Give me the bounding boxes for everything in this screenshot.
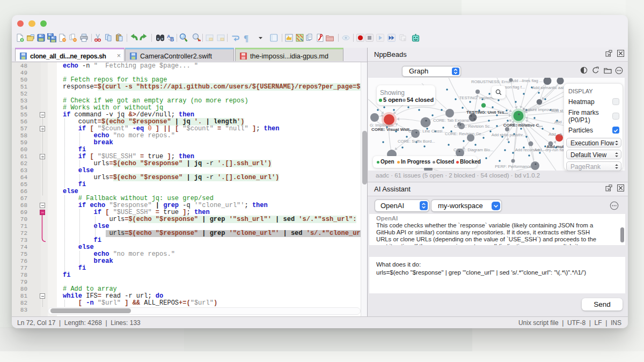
svg-text:¶: ¶ (244, 33, 248, 42)
svg-text:CORE: Tab Expansi...: CORE: Tab Expansi... (433, 118, 473, 123)
svg-text:CORE: Line Classi...: CORE: Line Classi... (408, 129, 446, 134)
svg-text:ROBUSTNESS: Error...: ROBUSTNESS: Error... (471, 79, 514, 84)
svg-text:B: B (170, 36, 174, 42)
svg-text:CORE: Diagram Blo...: CORE: Diagram Blo... (453, 147, 493, 152)
svg-text:TESTING: Implemer: TESTING: Implemer (459, 95, 496, 100)
svg-text:CORE: Revision Ge...: CORE: Revision Ge... (445, 131, 485, 136)
svg-text:CORE: Iterative C...: CORE: Iterative C... (503, 123, 543, 128)
svg-text:PERF: Performance...: PERF: Performance... (495, 164, 535, 169)
svg-text:Add --dry-run fla: Add --dry-run fla (535, 147, 565, 152)
svg-text:CORE: Visual Widt...: CORE: Visual Widt... (371, 127, 413, 132)
svg-text:Add semantic aal...: Add semantic aal... (532, 85, 567, 90)
svg-text:TESTING: Unit Tes...: TESTING: Unit Tes... (466, 110, 508, 115)
svg-text:CORE: Revision Sc...: CORE: Revision Sc... (454, 124, 493, 129)
svg-text:CORE: Suffix Bord...: CORE: Suffix Bord... (398, 139, 435, 144)
svg-text:son flag f...: son flag f... (505, 85, 525, 90)
svg-text:Add stdin passthr...: Add stdin passthr... (492, 132, 526, 137)
svg-text:Add --b...: Add --b... (548, 132, 565, 137)
svg-text:Add --lines flag ...: Add --lines flag ... (511, 78, 543, 83)
